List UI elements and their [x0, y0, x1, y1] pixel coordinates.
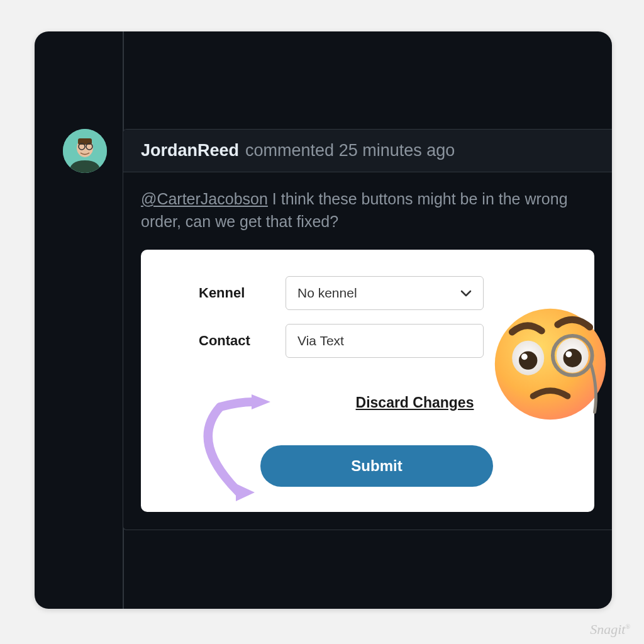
comment-header: JordanReed commented 25 minutes ago [123, 130, 612, 172]
comment-author[interactable]: JordanReed [141, 141, 239, 160]
snagit-watermark: Snagit® [590, 621, 630, 638]
avatar-image [63, 129, 107, 173]
comment-card: JordanReed commented 25 minutes ago @Car… [35, 31, 612, 609]
comment-text: @CarterJacobson I think these buttons mi… [141, 187, 594, 233]
avatar[interactable] [63, 129, 107, 173]
embedded-screenshot: Kennel No kennel Contact Via Text [141, 250, 594, 512]
form-row-contact: Contact Via Text [166, 324, 569, 358]
discard-row: Discard Changes [260, 394, 569, 411]
discard-changes-link[interactable]: Discard Changes [356, 394, 474, 411]
kennel-select[interactable]: No kennel [286, 276, 484, 310]
user-mention[interactable]: @CarterJacobson [141, 190, 268, 208]
action-area: Discard Changes Submit [166, 394, 569, 487]
submit-button[interactable]: Submit [260, 445, 493, 487]
contact-input[interactable]: Via Text [286, 324, 484, 358]
kennel-select-value: No kennel [297, 286, 357, 301]
comment-action-text: commented 25 minutes ago [245, 141, 455, 160]
form-row-kennel: Kennel No kennel [166, 276, 569, 310]
contact-input-value: Via Text [297, 333, 344, 348]
chevron-down-icon [460, 289, 472, 297]
comment-timestamp[interactable]: 25 minutes ago [339, 141, 455, 160]
comment-body: @CarterJacobson I think these buttons mi… [123, 172, 612, 530]
comment-box: JordanReed commented 25 minutes ago @Car… [123, 129, 612, 530]
kennel-label: Kennel [166, 285, 286, 301]
contact-label: Contact [166, 333, 286, 349]
